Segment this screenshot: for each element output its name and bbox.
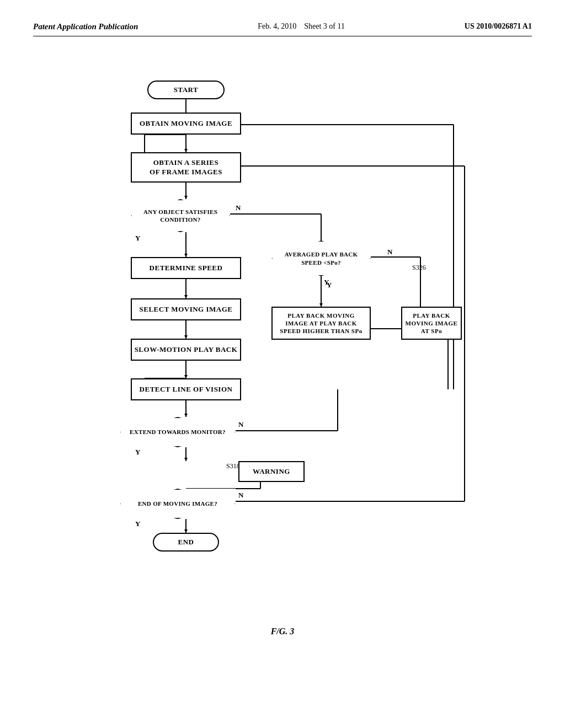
s308-node: DETERMINE SPEED <box>131 257 241 279</box>
header-center: Feb. 4, 2010 Sheet 3 of 11 <box>258 22 345 31</box>
s302-node: OBTAIN MOVING IMAGE <box>131 113 241 135</box>
s326-node: PLAY BACK MOVING IMAGE AT SPo <box>401 307 462 340</box>
svg-marker-46 <box>184 458 188 461</box>
s316-y-label: Y <box>135 520 140 528</box>
svg-text:N: N <box>238 491 244 499</box>
s318-node: WARNING <box>238 461 305 482</box>
s318-label: S318 <box>226 462 240 470</box>
s314-node: EXTEND TOWARDS MONITOR? <box>120 417 236 447</box>
s310-node: SLOW-MOTION PLAY BACK <box>131 339 241 361</box>
header-right: US 2010/0026871 A1 <box>465 22 532 31</box>
s322-y-label: Y <box>324 278 329 287</box>
s306-node: ANY OBJECT SATISFIES CONDITION? <box>131 199 230 232</box>
header-left: Patent Application Publication <box>33 22 138 31</box>
header-sheet: Sheet 3 of 11 <box>304 22 345 30</box>
s316-node: END OF MOVING IMAGE? <box>120 489 236 519</box>
header-date: Feb. 4, 2010 <box>258 22 296 30</box>
s326-label: S326 <box>412 264 426 272</box>
page: Patent Application Publication Feb. 4, 2… <box>0 0 565 728</box>
s312-node: DETECT LINE OF VISION <box>131 378 241 400</box>
diagram-container: N Y N N <box>33 69 532 610</box>
s306-y-label: Y <box>135 234 140 243</box>
s304-node: OBTAIN A SERIES OF FRAME IMAGES <box>131 152 241 183</box>
s314-y-label: Y <box>135 448 140 457</box>
s324-node: PLAY BACK MOVING IMAGE AT PLAY BACK SPEE… <box>271 307 371 340</box>
end-node: END <box>153 533 219 552</box>
s322-node: AVERAGED PLAY BACK SPEED <SPo? <box>271 240 371 276</box>
s309-node: SELECT MOVING IMAGE <box>131 298 241 320</box>
figure-caption: F/G. 3 <box>33 627 532 636</box>
svg-text:N: N <box>238 420 244 429</box>
start-node: START <box>147 81 225 99</box>
svg-text:N: N <box>387 248 393 256</box>
svg-text:N: N <box>236 204 241 212</box>
header: Patent Application Publication Feb. 4, 2… <box>33 22 532 36</box>
diagram: N Y N N <box>89 69 476 610</box>
